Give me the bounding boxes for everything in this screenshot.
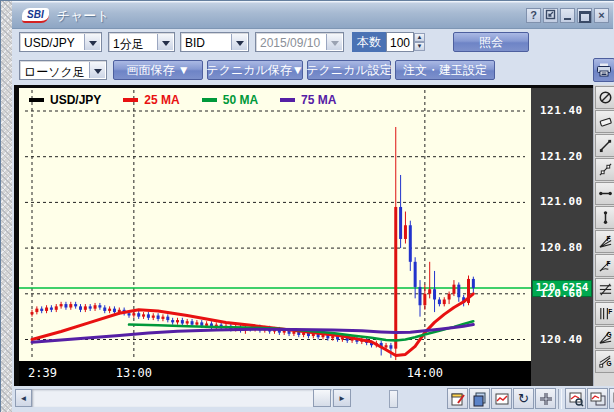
new-chart-icon xyxy=(494,391,510,407)
chevron-down-icon xyxy=(94,69,102,78)
toolbar-divider xyxy=(558,389,562,409)
fibonacci-retracement-icon xyxy=(598,282,613,297)
price-tick-label: 121.00 xyxy=(540,195,583,208)
horizontal-line-button[interactable] xyxy=(595,182,614,205)
trendline-button[interactable] xyxy=(595,134,614,157)
chart-panel: USD/JPY 25 MA 50 MA 75 MA 2:3913:0014:00… xyxy=(14,85,593,386)
order-setting-button[interactable]: 注文・建玉設定 xyxy=(395,60,495,80)
prohibit-icon xyxy=(598,90,613,105)
close-button[interactable]: × xyxy=(594,8,609,23)
gann-line-button[interactable]: G xyxy=(595,350,614,373)
extended-line-button[interactable] xyxy=(595,158,614,181)
fibonacci-arc-button[interactable]: F xyxy=(595,254,614,277)
candlestick-chart[interactable]: USD/JPY 25 MA 50 MA 75 MA xyxy=(19,88,531,361)
date-select-arrow[interactable] xyxy=(326,34,342,50)
legend-swatch xyxy=(202,98,217,102)
print-button[interactable] xyxy=(593,58,614,82)
refresh-button[interactable]: ↻ xyxy=(513,388,534,409)
fibonacci-timezone-icon: F xyxy=(598,306,613,321)
save-screen-button[interactable]: 画面保存 ▼ xyxy=(113,60,203,80)
eraser-icon xyxy=(598,114,613,129)
interval-select[interactable]: 1分足 xyxy=(108,32,175,52)
titlebar[interactable]: SBI チャート ? × xyxy=(12,3,613,29)
minimize-button[interactable] xyxy=(560,8,575,23)
zoom-chart-button[interactable] xyxy=(565,388,586,409)
drawing-toolbar: F F F xyxy=(593,85,614,386)
gann-fan-icon: G xyxy=(598,330,613,345)
time-tick-label: 2:39 xyxy=(28,366,57,380)
gann-fan-button[interactable]: G xyxy=(595,326,614,349)
vertical-line-button[interactable] xyxy=(595,206,614,229)
vertical-line-icon xyxy=(598,210,613,225)
fibonacci-timezone-button[interactable]: F xyxy=(595,302,614,325)
export-chart-button[interactable] xyxy=(609,388,614,409)
trendline-icon xyxy=(598,138,613,153)
legend-swatch xyxy=(280,98,295,102)
crosshair-button[interactable] xyxy=(535,388,556,409)
splitter-grip[interactable] xyxy=(389,390,398,408)
fibonacci-fan-icon: F xyxy=(598,234,613,249)
price-tick-label: 121.40 xyxy=(540,104,583,117)
price-tick-label: 120.80 xyxy=(540,241,583,254)
count-label: 本数 xyxy=(352,32,386,52)
chart-window: SBI チャート ? × USD/JPY 1分足 BID 2015/09/10 xyxy=(0,0,614,412)
horizontal-line-icon xyxy=(598,186,613,201)
copy-chart-button[interactable] xyxy=(587,388,608,409)
pair-select[interactable]: USD/JPY xyxy=(19,32,102,52)
query-button[interactable]: 照会 xyxy=(453,32,529,52)
svg-text:F: F xyxy=(608,308,612,315)
legend-swatch xyxy=(123,98,138,102)
zoom-chart-icon xyxy=(568,391,584,407)
dock-icon xyxy=(545,9,556,20)
duplicate-chart-button[interactable] xyxy=(469,388,490,409)
count-input[interactable]: 100 xyxy=(386,32,414,52)
count-stepper[interactable]: ▲ ▼ xyxy=(414,33,425,51)
price-type-select[interactable]: BID xyxy=(180,32,249,52)
refresh-icon: ↻ xyxy=(518,392,529,405)
gann-line-icon: G xyxy=(598,354,613,369)
svg-text:G: G xyxy=(606,331,611,338)
plot-canvas[interactable] xyxy=(19,88,531,361)
chart-scrollbar[interactable] xyxy=(32,389,332,407)
help-button[interactable]: ? xyxy=(526,8,541,23)
scrollbar-thumb[interactable] xyxy=(313,389,331,407)
count-up-button[interactable]: ▲ xyxy=(414,33,425,42)
save-technical-button[interactable]: テクニカル保存▼ xyxy=(207,60,303,80)
memo-icon xyxy=(450,391,466,407)
legend-label: 25 MA xyxy=(144,93,179,107)
fibonacci-arc-icon: F xyxy=(598,258,613,273)
technical-setting-button[interactable]: テクニカル設定 xyxy=(307,60,391,80)
fibonacci-retracement-button[interactable] xyxy=(595,278,614,301)
price-tick-label: 120.60 xyxy=(540,287,583,300)
fibonacci-fan-button[interactable]: F xyxy=(595,230,614,253)
bottom-toolbar: ↻ xyxy=(446,388,614,409)
count-down-button[interactable]: ▼ xyxy=(414,42,425,51)
memo-button[interactable] xyxy=(447,388,468,409)
chart-type-select[interactable]: ローソク足 xyxy=(19,60,107,80)
scroll-right-button[interactable]: ► xyxy=(333,389,351,407)
chevron-down-icon xyxy=(162,41,170,50)
dock-button[interactable] xyxy=(543,8,558,23)
price-type-select-arrow[interactable] xyxy=(231,34,247,50)
scroll-left-button[interactable]: ◄ xyxy=(15,389,32,407)
chevron-down-icon xyxy=(236,41,244,50)
svg-text:G: G xyxy=(606,360,611,367)
date-select[interactable]: 2015/09/10 xyxy=(255,32,344,52)
minimize-icon xyxy=(564,18,571,20)
eraser-button[interactable] xyxy=(595,110,614,133)
copy-chart-icon xyxy=(590,391,606,407)
window-resize-edge[interactable] xyxy=(1,1,12,412)
time-tick-label: 14:00 xyxy=(407,366,443,380)
new-chart-button[interactable] xyxy=(491,388,512,409)
duplicate-chart-icon xyxy=(472,391,488,407)
time-tick-label: 13:00 xyxy=(116,366,152,380)
time-axis: 2:3913:0014:00 xyxy=(19,361,531,386)
interval-select-arrow[interactable] xyxy=(157,34,173,50)
maximize-button[interactable] xyxy=(577,8,592,23)
chart-type-select-arrow[interactable] xyxy=(89,62,105,78)
pair-select-arrow[interactable] xyxy=(84,34,100,50)
legend-label: 75 MA xyxy=(301,93,336,107)
printer-icon xyxy=(596,63,612,77)
price-axis: 120.6254 121.40121.20121.00120.80120.601… xyxy=(531,88,593,386)
draw-prohibit-button[interactable] xyxy=(595,86,614,109)
